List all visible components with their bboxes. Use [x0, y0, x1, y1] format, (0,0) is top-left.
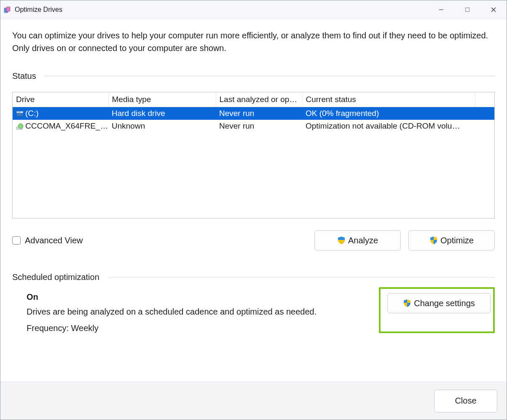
media-type: Hard disk drive: [108, 107, 216, 120]
col-media-type[interactable]: Media type: [108, 92, 216, 107]
svg-point-2: [9, 6, 11, 8]
window-title: Optimize Drives: [15, 6, 428, 13]
svg-rect-7: [16, 113, 23, 116]
status-section-header: Status: [12, 71, 495, 81]
media-type: Unknown: [108, 120, 216, 132]
maximize-button[interactable]: [454, 0, 480, 19]
last-analyzed: Never run: [216, 107, 302, 120]
footer: Close: [0, 382, 507, 420]
drive-row-cdrom[interactable]: CCCOMA_X64FRE_… Unknown Never run Optimi…: [13, 120, 494, 132]
close-window-button[interactable]: [480, 0, 507, 19]
status-label: Status: [12, 71, 36, 81]
app-icon: [4, 6, 11, 13]
divider: [108, 277, 495, 277]
titlebar[interactable]: Optimize Drives: [0, 0, 507, 19]
current-status: OK (0% fragmented): [302, 107, 475, 120]
schedule-frequency: Frequency: Weekly: [27, 323, 366, 333]
intro-text: You can optimize your drives to help you…: [12, 29, 495, 54]
change-settings-button[interactable]: Change settings: [387, 293, 491, 313]
shield-icon: [429, 236, 438, 245]
table-header-row[interactable]: Drive Media type Last analyzed or op… Cu…: [13, 92, 494, 107]
checkbox-icon: [12, 236, 21, 245]
optimize-drives-window: Optimize Drives You can optimize your dr…: [0, 0, 507, 420]
optimize-button[interactable]: Optimize: [408, 230, 495, 250]
disc-icon: [16, 123, 24, 129]
drive-list[interactable]: Drive Media type Last analyzed or op… Cu…: [12, 92, 495, 218]
close-label: Close: [455, 396, 476, 406]
advanced-view-checkbox[interactable]: Advanced View: [12, 236, 307, 245]
drive-row-c[interactable]: (C:) Hard disk drive Never run OK (0% fr…: [13, 107, 494, 120]
change-settings-label: Change settings: [414, 299, 475, 308]
svg-rect-10: [19, 112, 19, 112]
scheduled-optimization-label: Scheduled optimization: [12, 272, 99, 282]
col-drive[interactable]: Drive: [13, 92, 108, 107]
svg-rect-11: [20, 112, 21, 112]
svg-point-14: [20, 126, 21, 127]
drive-name: (C:): [25, 109, 39, 118]
minimize-button[interactable]: [428, 0, 454, 19]
analyze-button[interactable]: Analyze: [314, 230, 401, 250]
col-current-status[interactable]: Current status: [302, 92, 475, 107]
col-spacer: [475, 92, 494, 107]
analyze-label: Analyze: [348, 236, 378, 245]
scheduled-optimization-header: Scheduled optimization: [12, 272, 495, 282]
col-last-analyzed[interactable]: Last analyzed or op…: [216, 92, 302, 107]
schedule-description: Drives are being analyzed on a scheduled…: [27, 307, 366, 317]
drive-name: CCCOMA_X64FRE_…: [25, 121, 108, 131]
last-analyzed: Never run: [216, 120, 302, 132]
hdd-icon: [16, 110, 24, 117]
advanced-view-label: Advanced View: [25, 236, 83, 245]
schedule-status: On: [27, 292, 366, 302]
shield-icon: [337, 236, 346, 245]
divider: [45, 76, 495, 76]
shield-icon: [403, 299, 411, 307]
svg-rect-4: [466, 8, 469, 12]
content-area: You can optimize your drives to help you…: [0, 19, 507, 382]
current-status: Optimization not available (CD-ROM volu…: [302, 120, 475, 132]
change-settings-highlight: Change settings: [379, 287, 495, 333]
optimize-label: Optimize: [440, 236, 474, 245]
svg-rect-9: [17, 112, 18, 112]
close-button[interactable]: Close: [434, 390, 497, 412]
